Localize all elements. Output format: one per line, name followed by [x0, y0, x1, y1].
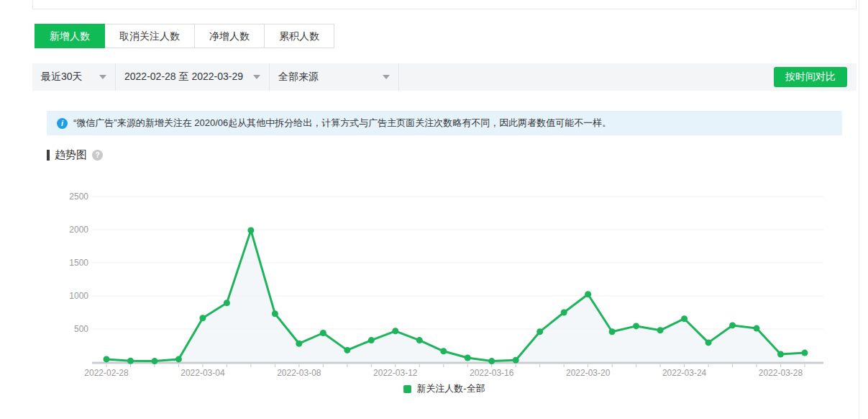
x-axis-tick-label: 2022-02-28 — [84, 368, 129, 378]
page-right-divider — [859, 0, 859, 419]
chevron-down-icon — [253, 75, 260, 79]
y-axis-tick-label: 2000 — [69, 225, 88, 235]
data-point-2022-03-21[interactable] — [609, 328, 616, 335]
trend-line-chart: 50010001500200025002022-02-282022-03-042… — [29, 179, 834, 379]
data-point-2022-03-28[interactable] — [777, 351, 784, 358]
data-point-2022-03-04[interactable] — [199, 315, 206, 321]
data-point-2022-03-07[interactable] — [272, 310, 278, 317]
source-dropdown[interactable]: 全部来源 — [270, 63, 399, 91]
data-point-2022-03-15[interactable] — [465, 355, 471, 361]
chevron-down-icon — [99, 75, 106, 79]
data-point-2022-03-25[interactable] — [705, 339, 712, 346]
filter-bar: 最近30天 2022-02-28 至 2022-03-29 全部来源 按时间对比 — [32, 63, 856, 91]
data-point-2022-03-18[interactable] — [536, 328, 543, 335]
section-title-row: 趋势图 ? — [47, 148, 103, 162]
data-point-2022-03-05[interactable] — [224, 299, 230, 306]
data-point-2022-03-11[interactable] — [368, 337, 375, 343]
time-range-value: 最近30天 — [41, 71, 83, 84]
chevron-down-icon — [383, 75, 390, 79]
legend-swatch-icon — [403, 385, 411, 393]
x-axis-tick-label: 2022-03-28 — [759, 368, 803, 378]
x-axis-tick-label: 2022-03-08 — [277, 368, 321, 378]
compare-by-time-button[interactable]: 按时间对比 — [774, 67, 847, 87]
x-axis-tick-label: 2022-03-04 — [181, 368, 225, 378]
x-axis-tick-label: 2022-03-20 — [566, 368, 611, 378]
notice-banner: i “微信广告”来源的新增关注在 2020/06起从其他中拆分给出，计算方式与广… — [47, 111, 842, 135]
legend-item[interactable]: 新关注人数-全部 — [403, 382, 485, 395]
data-point-2022-03-01[interactable] — [127, 358, 134, 364]
data-point-2022-03-22[interactable] — [633, 323, 639, 329]
tab-new-followers[interactable]: 新增人数 — [35, 24, 105, 48]
chart-legend: 新关注人数-全部 — [32, 382, 856, 396]
data-point-2022-03-10[interactable] — [344, 347, 350, 353]
data-point-2022-03-13[interactable] — [416, 337, 423, 343]
source-value: 全部来源 — [278, 71, 319, 84]
data-point-2022-03-14[interactable] — [440, 348, 447, 354]
data-point-2022-03-19[interactable] — [561, 310, 567, 316]
data-point-2022-03-06[interactable] — [247, 227, 254, 233]
notice-text: “微信广告”来源的新增关注在 2020/06起从其他中拆分给出，计算方式与广告主… — [73, 117, 611, 130]
data-point-2022-03-09[interactable] — [320, 330, 326, 336]
data-point-2022-03-08[interactable] — [296, 341, 302, 347]
data-point-2022-03-24[interactable] — [681, 315, 687, 322]
y-axis-tick-label: 1000 — [69, 291, 88, 301]
chart-canvas: 50010001500200025002022-02-282022-03-042… — [29, 179, 834, 379]
data-point-2022-02-28[interactable] — [104, 356, 110, 362]
data-point-2022-03-16[interactable] — [488, 358, 495, 364]
data-point-2022-03-17[interactable] — [513, 357, 519, 364]
data-point-2022-03-20[interactable] — [585, 291, 591, 297]
data-point-2022-03-27[interactable] — [754, 325, 760, 332]
section-title: 趋势图 — [55, 148, 87, 162]
x-axis-tick-label: 2022-03-12 — [373, 368, 418, 378]
previous-card-bottom-edge — [32, 0, 856, 9]
time-range-dropdown[interactable]: 最近30天 — [32, 63, 116, 91]
y-axis-tick-label: 2500 — [69, 192, 88, 202]
date-range-value: 2022-02-28 至 2022-03-29 — [124, 71, 243, 84]
data-point-2022-03-02[interactable] — [151, 358, 157, 364]
date-range-dropdown[interactable]: 2022-02-28 至 2022-03-29 — [116, 63, 270, 91]
question-mark-icon[interactable]: ? — [92, 150, 103, 161]
data-point-2022-03-03[interactable] — [175, 356, 182, 362]
data-point-2022-03-12[interactable] — [392, 328, 398, 334]
tab-net-increase[interactable]: 净增人数 — [194, 24, 265, 48]
y-axis-tick-label: 1500 — [69, 258, 88, 268]
info-icon: i — [57, 118, 68, 129]
data-point-2022-03-23[interactable] — [657, 327, 664, 333]
x-axis-tick-label: 2022-03-16 — [470, 368, 514, 378]
tab-cumulative[interactable]: 累积人数 — [264, 24, 334, 48]
legend-label: 新关注人数-全部 — [416, 382, 485, 395]
y-axis-tick-label: 500 — [74, 324, 88, 334]
tab-unfollowed[interactable]: 取消关注人数 — [104, 24, 195, 48]
title-accent-bar — [47, 150, 50, 161]
x-axis-tick-label: 2022-03-24 — [662, 368, 707, 378]
data-point-2022-03-26[interactable] — [729, 322, 736, 328]
data-point-2022-03-29[interactable] — [802, 350, 808, 356]
metric-tab-group: 新增人数取消关注人数净增人数累积人数 — [35, 24, 334, 48]
